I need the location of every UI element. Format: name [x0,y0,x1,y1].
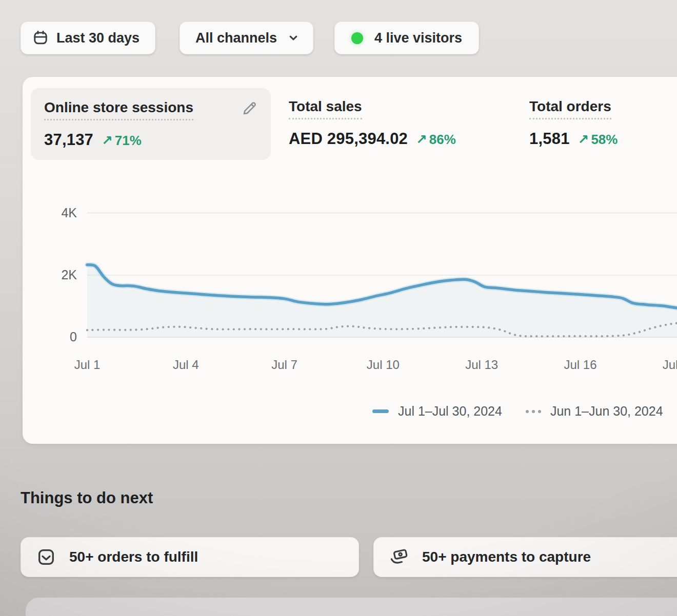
legend-item-current[interactable]: Jul 1–Jul 30, 2024 [372,404,502,419]
x-tick-label: Jul 16 [545,358,616,372]
channels-dropdown[interactable]: All channels [180,22,313,54]
x-tick-label: Jul 13 [446,358,517,372]
x-tick-label: Jul 19 [643,358,677,372]
legend-item-previous[interactable]: Jun 1–Jun 30, 2024 [526,404,663,419]
metric-value: AED 295,394.02 [289,130,408,148]
channels-label: All channels [195,30,277,46]
legend-label: Jun 1–Jun 30, 2024 [550,404,663,419]
y-tick-label: 2K [37,268,77,282]
orders-icon [36,547,56,567]
sessions-line-chart[interactable] [23,195,677,369]
next-section-card [26,598,677,616]
live-dot-icon [351,32,363,44]
orders-to-fulfill-button[interactable]: 50+ orders to fulfill [21,537,359,577]
x-tick-label: Jul 4 [150,358,222,372]
things-to-do-heading: Things to do next [21,489,153,507]
metric-value: 1,581 [529,130,570,148]
trend-up-icon: ↗ [102,133,113,149]
trend-up-icon: ↗ [578,132,589,148]
date-range-button[interactable]: Last 30 days [21,22,155,54]
metric-total-sales[interactable]: Total sales AED 295,394.02 ↗ 86% [289,98,456,148]
payments-to-capture-button[interactable]: 50+ payments to capture [373,537,677,577]
trend-up-icon: ↗ [416,132,427,148]
edit-icon[interactable] [241,100,257,117]
metric-change: ↗ 86% [416,132,456,148]
live-visitors-button[interactable]: 4 live visitors [334,22,479,54]
x-tick-label: Jul 1 [51,358,123,372]
y-tick-label: 0 [37,330,77,344]
metric-label: Online store sessions [44,99,193,120]
dotted-line-swatch [526,410,541,413]
live-visitors-label: 4 live visitors [374,30,462,46]
legend-label: Jul 1–Jul 30, 2024 [398,404,502,419]
metric-total-orders[interactable]: Total orders 1,581 ↗ 58% [529,98,618,148]
payments-icon [389,547,409,567]
date-range-label: Last 30 days [56,30,140,46]
metric-label: Total sales [289,98,362,119]
metric-change: ↗ 58% [578,132,618,148]
todo-label: 50+ orders to fulfill [69,549,198,565]
chart-legend: Jul 1–Jul 30, 2024 Jun 1–Jun 30, 2024 [372,404,663,419]
chevron-down-icon [286,31,301,45]
analytics-card: Online store sessions 37,137 ↗ 71% Total… [23,77,677,444]
todo-label: 50+ payments to capture [422,549,591,565]
metric-change: ↗ 71% [102,133,142,149]
y-tick-label: 4K [37,206,77,220]
metric-online-store-sessions[interactable]: Online store sessions 37,137 ↗ 71% [31,88,271,160]
solid-line-swatch [372,409,389,413]
sessions-area-fill [87,265,677,337]
x-tick-label: Jul 10 [347,358,419,372]
x-tick-label: Jul 7 [249,358,321,372]
calendar-icon [32,30,49,46]
metric-value: 37,137 [44,131,93,149]
metric-label: Total orders [529,98,611,119]
